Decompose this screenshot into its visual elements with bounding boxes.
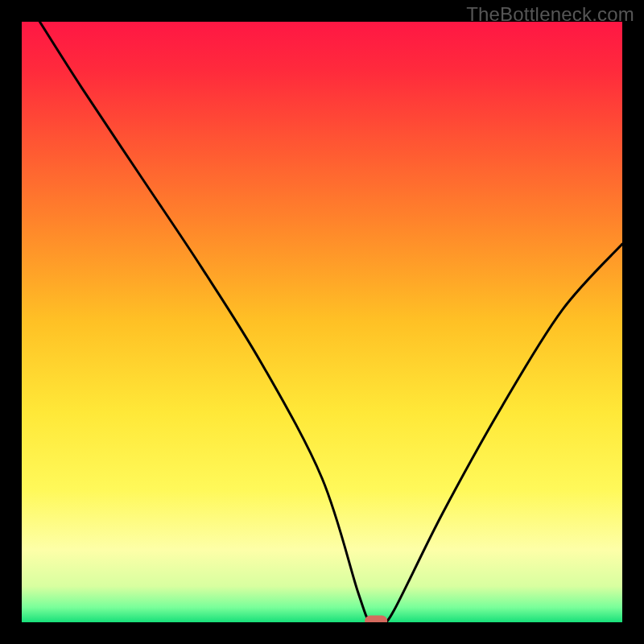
optimal-marker (365, 616, 387, 622)
watermark-text: TheBottleneck.com (466, 3, 634, 26)
chart-frame (22, 22, 622, 622)
gradient-background (22, 22, 622, 622)
bottleneck-chart (22, 22, 622, 622)
